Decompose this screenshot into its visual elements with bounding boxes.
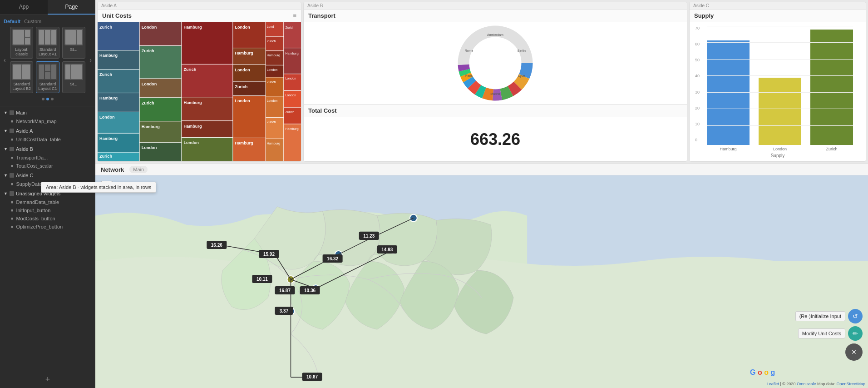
svg-text:London: London [267, 99, 278, 103]
svg-text:Zurich: Zurich [99, 154, 112, 159]
supply-title: Supply [694, 12, 714, 19]
layout-card-a1[interactable]: Standard Layout A1 [36, 27, 59, 59]
tree-group-aside-a-header[interactable]: ▼ Aside A [0, 126, 95, 135]
y-label-20: 20 [695, 106, 700, 110]
total-cost-title: Total Cost [308, 107, 337, 114]
tree-group-aside-a: ▼ Aside A ■ UnittCostData_table [0, 126, 95, 144]
svg-text:London: London [142, 25, 157, 30]
svg-text:London: London [99, 115, 115, 119]
sidebar-tabs: App Page [0, 0, 95, 15]
transport-title: Transport [308, 12, 335, 19]
tree-group-aside-c-label: Aside C [16, 173, 34, 178]
layout-grid: Layout: classic Standard Layout A1 [4, 27, 92, 93]
layout-card-st1-label: St... [64, 47, 83, 52]
tab-app[interactable]: App [0, 0, 48, 15]
svg-text:London: London [285, 94, 296, 97]
tree-group-main: ▼ Main ■ NetworkMap_map [0, 108, 95, 125]
add-widget-button[interactable]: + [45, 375, 50, 384]
svg-text:G
            o
            o
: G o o g l e [750, 368, 777, 376]
unit-costs-menu-icon[interactable]: ≡ [293, 12, 296, 19]
omniscale-link[interactable]: Omniscale [797, 382, 816, 386]
layout-card-st2[interactable]: St... [62, 61, 85, 93]
modify-costs-icon[interactable]: ✏ [848, 326, 863, 341]
svg-text:Zurich: Zurich [183, 67, 196, 72]
dot-1[interactable] [46, 98, 49, 100]
tree-group-aside-c-header[interactable]: ▼ Aside C [0, 171, 95, 180]
dot-0[interactable] [42, 98, 44, 100]
layout-nav-left[interactable]: ‹ [4, 56, 6, 64]
svg-text:Lond: Lond [267, 25, 274, 29]
modify-costs-label[interactable]: Modify Unit Costs [798, 328, 845, 338]
leaflet-link[interactable]: Leaflet [767, 382, 779, 386]
tree-item-totalcost-label: TotalCost_scalar [16, 163, 53, 169]
layout-card-b2-label: Standard Layout B2 [12, 82, 31, 91]
tree-group-aside-b: ▼ Aside B ■ TransportDa... ■ TotalCost_s… [0, 144, 95, 170]
layout-nav-right[interactable]: › [89, 56, 92, 64]
svg-text:London: London [235, 68, 250, 72]
tree-section: ▼ Main ■ NetworkMap_map ▼ Aside A ■ Unit… [0, 106, 95, 371]
tree-item-initinput[interactable]: ■ InitInput_button [0, 206, 95, 214]
tree-group-main-header[interactable]: ▼ Main [0, 108, 95, 117]
unit-costs-header: Unit Costs ≡ [98, 10, 301, 22]
tree-item-optimize[interactable]: ■ OptimizeProc_button [0, 223, 95, 231]
tree-item-modcosts[interactable]: ■ ModCosts_button [0, 214, 95, 223]
tree-group-main-label: Main [16, 110, 27, 115]
reinitialize-label[interactable]: (Re-)Initialize Input [795, 311, 845, 321]
layout-card-st1[interactable]: St... [62, 27, 85, 59]
tree-item-unitcost[interactable]: ■ UnittCostData_table [0, 135, 95, 144]
layout-card-c1-label: Standard Layout C1 [38, 82, 57, 91]
unitcost-icon: ■ [11, 137, 13, 142]
svg-text:London: London [235, 25, 250, 30]
tree-item-demand-label: DemandData_table [16, 199, 59, 205]
tree-group-aside-b-header[interactable]: ▼ Aside B [0, 144, 95, 154]
layout-card-classic[interactable]: Layout: classic [10, 27, 33, 59]
dot-2[interactable] [51, 98, 54, 100]
svg-text:Berlin: Berlin [518, 49, 526, 52]
tree-item-totalcost[interactable]: ■ TotalCost_scalar [0, 162, 95, 170]
layout-card-c1[interactable]: Standard Layout C1 [36, 61, 59, 93]
tree-item-networkmap[interactable]: ■ NetworkMap_map [0, 117, 95, 125]
tab-page[interactable]: Page [48, 0, 95, 15]
custom-tab[interactable]: Custom [24, 19, 41, 24]
tree-item-demand[interactable]: ■ DemandData_table [0, 198, 95, 206]
attribution-text: | © 2020 [780, 382, 797, 386]
layout-dots [4, 96, 92, 102]
layout-section: Default Custom ‹ Layout: classic [0, 15, 95, 106]
map-data-text: Map data: [817, 382, 837, 386]
svg-text:Rome: Rome [465, 49, 473, 52]
osm-link[interactable]: OpenStreetMap [836, 382, 865, 386]
svg-text:Hamburg: Hamburg [99, 96, 118, 100]
sidebar-bottom: + [0, 371, 95, 388]
svg-text:London: London [267, 68, 278, 72]
default-tab[interactable]: Default [4, 19, 20, 24]
svg-text:Zurich: Zurich [99, 25, 112, 30]
y-label-50: 50 [695, 58, 700, 62]
tree-item-transport[interactable]: ■ TransportDa... [0, 154, 95, 162]
networkmap-icon: ■ [11, 119, 13, 124]
svg-rect-48 [266, 22, 284, 36]
svg-text:Hamburg: Hamburg [285, 52, 298, 55]
y-label-70: 70 [695, 26, 700, 30]
y-label-0: 0 [695, 138, 700, 142]
aside-c-group-icon [10, 173, 14, 178]
map-attribution: Leaflet | © 2020 Omniscale Map data: Ope… [767, 382, 865, 386]
chevron-unassigned: ▼ [4, 191, 8, 196]
svg-text:London: London [285, 77, 296, 80]
map-body[interactable]: 16.26 15.92 10.11 16.32 11.23 14.93 16.8… [95, 175, 868, 388]
close-button[interactable]: × [845, 343, 863, 361]
aside-b-group-icon [10, 147, 14, 151]
svg-text:16.32: 16.32 [327, 256, 338, 261]
bar-chart-area: 0 10 20 30 40 50 60 70 Hamburg [693, 26, 862, 151]
svg-text:11.23: 11.23 [363, 234, 375, 239]
reinitialize-icon[interactable]: ↺ [848, 309, 863, 323]
chevron-aside-b: ▼ [4, 147, 8, 151]
svg-text:Amsterdam: Amsterdam [487, 33, 503, 36]
aside-a-label: Aside A [98, 2, 301, 10]
grid-lines [707, 26, 853, 142]
network-section: Network Main [95, 164, 868, 388]
svg-text:London: London [183, 140, 199, 145]
unassigned-group-icon [10, 191, 14, 196]
svg-text:London: London [142, 82, 157, 86]
layout-card-b2[interactable]: Standard Layout B2 [10, 61, 33, 93]
svg-text:Hamburg: Hamburg [99, 136, 118, 141]
